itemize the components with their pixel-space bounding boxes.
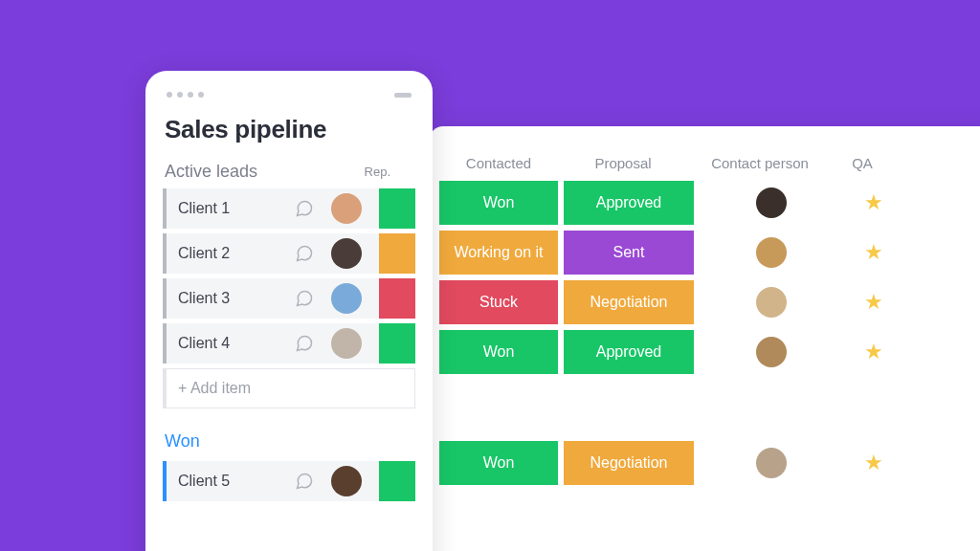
item-name: Client 3 [167,290,289,307]
add-item-label: + Add item [167,380,289,397]
qa-rating[interactable]: ★ [843,190,904,215]
comment-icon[interactable] [289,289,320,308]
comment-icon[interactable] [289,199,320,218]
group-gap [430,380,980,441]
desktop-board-card: Contacted Proposal Contact person QA Won… [430,126,980,551]
contact-person-cell[interactable] [700,337,843,367]
avatar [756,287,787,318]
board-title: Sales pipeline [165,115,415,144]
avatar [756,337,787,367]
qa-rating[interactable]: ★ [843,290,904,315]
status-sliver[interactable] [379,188,415,229]
avatar[interactable] [331,328,362,359]
list-item[interactable]: Client 5 [163,461,415,501]
status-proposal[interactable]: Negotiation [564,280,694,324]
avatar[interactable] [331,283,362,314]
item-name: Client 5 [167,473,289,490]
comment-icon[interactable] [289,472,320,491]
qa-rating[interactable]: ★ [843,240,904,265]
status-proposal[interactable]: Approved [564,330,694,374]
table-row[interactable]: Won Approved ★ [439,181,980,225]
list-item[interactable]: Client 3 [163,278,415,319]
comment-icon[interactable] [289,244,320,263]
column-header-qa: QA [832,155,893,171]
status-sliver[interactable] [379,323,415,364]
mobile-status-bar [163,92,415,109]
status-sliver[interactable] [379,461,415,501]
status-contacted[interactable]: Stuck [439,280,558,324]
item-name: Client 2 [167,245,289,262]
contact-person-cell[interactable] [700,448,843,478]
avatar[interactable] [331,238,362,269]
mobile-board-card: Sales pipeline Active leads Rep. Client … [145,71,433,551]
status-proposal[interactable]: Approved [564,181,694,225]
contact-person-cell[interactable] [700,237,843,268]
desktop-column-headers: Contacted Proposal Contact person QA [430,126,980,181]
item-name: Client 4 [167,335,289,352]
status-contacted[interactable]: Working on it [439,231,558,275]
list-item[interactable]: Client 2 [163,233,415,274]
battery-icon [394,93,412,98]
list-item[interactable]: Client 4 [163,323,415,364]
contact-person-cell[interactable] [700,287,843,318]
avatar [756,237,787,268]
avatar [756,187,787,218]
column-header-contact: Contact person [688,155,832,171]
status-contacted[interactable]: Won [439,181,558,225]
status-sliver[interactable] [379,278,415,319]
signal-dots-icon [167,92,204,98]
avatar[interactable] [331,193,362,224]
qa-rating[interactable]: ★ [843,451,904,475]
avatar[interactable] [331,466,362,496]
list-item[interactable]: Client 1 [163,188,415,229]
status-proposal[interactable]: Sent [564,231,694,275]
table-row[interactable]: Won Approved ★ [439,330,980,374]
table-row[interactable]: Stuck Negotiation ★ [439,280,980,324]
comment-icon[interactable] [289,334,320,353]
status-contacted[interactable]: Won [439,441,558,485]
status-contacted[interactable]: Won [439,330,558,374]
table-row[interactable]: Won Negotiation ★ [439,441,980,485]
item-name: Client 1 [167,200,289,217]
status-sliver[interactable] [379,233,415,274]
qa-rating[interactable]: ★ [843,340,904,364]
status-proposal[interactable]: Negotiation [564,441,694,485]
avatar [756,448,787,478]
group-title-won[interactable]: Won [165,431,415,452]
add-item-button[interactable]: + Add item [163,368,415,408]
table-row[interactable]: Working on it Sent ★ [439,231,980,275]
column-header-contacted: Contacted [439,155,558,171]
column-header-proposal: Proposal [558,155,688,171]
contact-person-cell[interactable] [700,187,843,218]
